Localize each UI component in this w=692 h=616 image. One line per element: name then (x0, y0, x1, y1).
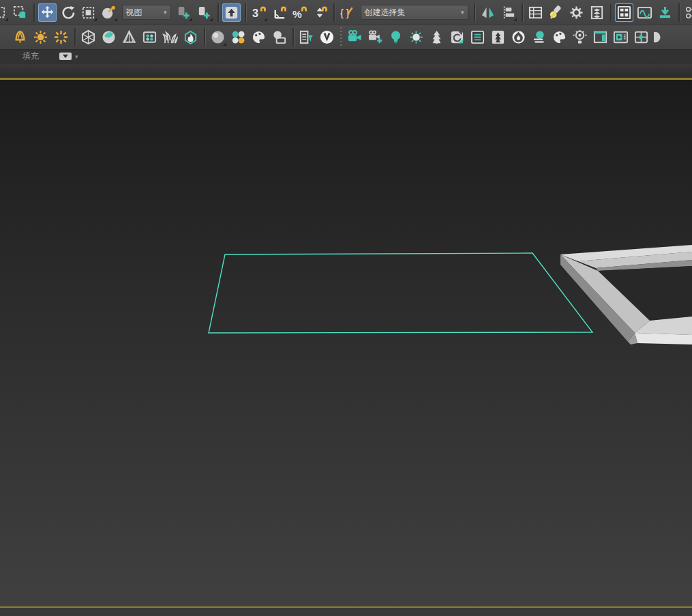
toolbar-separator (474, 3, 475, 22)
create-tree[interactable] (427, 28, 446, 46)
snap3-icon: 3 (251, 5, 267, 20)
frame-player[interactable] (612, 28, 630, 46)
graysphere-icon (210, 29, 226, 45)
move-icon (40, 5, 55, 20)
populate-label: 填充 (22, 50, 39, 62)
geometry-sphere[interactable] (79, 28, 97, 46)
add-camera[interactable] (366, 28, 385, 46)
align-icon (500, 5, 516, 20)
plugins-toolbar (0, 25, 692, 49)
viewport-canvas[interactable] (0, 80, 692, 606)
cube-flame[interactable] (181, 28, 200, 46)
gear-icon (569, 5, 584, 20)
toggle-scene-explorer[interactable] (526, 3, 545, 22)
windowteal-icon (592, 29, 608, 45)
dots-panel[interactable] (140, 28, 159, 46)
tripod-icon (121, 29, 137, 45)
keyboard-override-toggle[interactable] (222, 3, 241, 22)
scatter-grass[interactable] (161, 28, 179, 46)
braces-icon: { } (340, 5, 355, 20)
vray-toolbar[interactable] (318, 28, 336, 46)
lightpartial-icon (0, 29, 7, 45)
angle-snap-toggle[interactable] (270, 3, 288, 22)
snap-toggle-3d[interactable]: 3 (250, 3, 268, 22)
frame-object[interactable] (560, 245, 692, 344)
keycap-icon (224, 5, 239, 20)
phoenix-fire[interactable] (509, 28, 528, 46)
perspective-viewport[interactable] (0, 80, 692, 606)
toggle-ribbon[interactable] (567, 3, 586, 22)
forest-object[interactable] (489, 28, 507, 46)
selection-region-flyout[interactable] (0, 3, 9, 22)
rotate-icon (60, 5, 76, 20)
viewport-quad[interactable] (632, 28, 650, 46)
spheres-stack[interactable] (530, 28, 548, 46)
spinner-snap-toggle[interactable] (311, 3, 329, 22)
proxy-sphere[interactable] (100, 28, 118, 46)
playerwin-icon (613, 29, 629, 45)
down-triangle-icon (63, 55, 68, 58)
toolbar-separator (245, 3, 246, 22)
moviecam-icon (347, 29, 363, 45)
select-and-place[interactable] (100, 3, 118, 22)
flamering-icon (511, 29, 526, 45)
create-vray-light[interactable] (387, 28, 405, 46)
material-preview[interactable] (270, 28, 288, 46)
manage-scene-links[interactable] (683, 3, 692, 22)
palette-icon (552, 29, 567, 45)
leafsphere-icon (101, 29, 117, 45)
percent-snap-toggle[interactable]: % (290, 3, 309, 22)
chevron-down-icon: ▾ (461, 9, 464, 16)
populate-caret-icon[interactable]: ▾ (75, 53, 78, 60)
create-skylight[interactable] (52, 28, 70, 46)
material-palette[interactable] (250, 28, 268, 46)
window-crossing-toggle[interactable] (11, 3, 29, 22)
create-sunlight[interactable] (31, 28, 50, 46)
use-selection-center[interactable] (195, 3, 213, 22)
sphereframe-icon (271, 29, 287, 45)
select-and-move[interactable] (38, 3, 57, 22)
balls4-icon (230, 29, 246, 45)
populate-flow-dropdown-button[interactable] (59, 53, 72, 60)
asset-list[interactable] (468, 28, 487, 46)
light-lister[interactable] (571, 28, 589, 46)
camplus-icon (367, 29, 383, 45)
create-light-partial[interactable] (0, 28, 9, 46)
toggle-layer-explorer[interactable] (547, 3, 565, 22)
create-vray-sun[interactable] (407, 28, 425, 46)
burst-icon (53, 29, 69, 45)
refresh-asset[interactable] (448, 28, 466, 46)
palette-tool[interactable] (550, 28, 569, 46)
curve-editor[interactable] (588, 3, 606, 22)
3dsmax-window: 视图▾3%{ }创建选择集▾ 填充 ▾ (0, 0, 692, 616)
refreshcard-icon (449, 29, 465, 45)
create-spotlight[interactable] (11, 28, 29, 46)
snapangle-icon (271, 5, 287, 20)
material-balls[interactable] (229, 28, 247, 46)
named-selection-sets[interactable]: 创建选择集▾ (361, 5, 468, 20)
edge-cut-icon[interactable] (652, 28, 671, 46)
window-panel[interactable] (591, 28, 610, 46)
use-pivot-point-center[interactable] (175, 3, 193, 22)
geosphere-icon (80, 29, 96, 45)
edit-named-selection-sets[interactable]: { } (338, 3, 357, 22)
camera-tripod[interactable] (120, 28, 138, 46)
toggle-command-panel[interactable] (615, 3, 633, 22)
toolbar-dotted-separator (340, 27, 342, 48)
align-flyout[interactable] (499, 3, 517, 22)
nodex-icon (685, 5, 692, 20)
create-vray-camera[interactable] (346, 28, 364, 46)
reference-coordinate-system[interactable]: 视图▾ (122, 5, 171, 20)
listcard-icon (470, 29, 485, 45)
svg-text:3: 3 (252, 7, 258, 19)
cubeflame-icon (183, 29, 198, 45)
mirror[interactable] (479, 3, 497, 22)
select-and-rotate[interactable] (59, 3, 77, 22)
render-elements[interactable] (297, 28, 316, 46)
rectangle-spline[interactable] (209, 253, 592, 333)
render-presets-tray[interactable] (656, 3, 674, 22)
material-editor[interactable] (209, 28, 227, 46)
viewport-gap-strip (0, 63, 692, 78)
select-and-scale[interactable] (79, 3, 97, 22)
schematic-view[interactable] (635, 3, 654, 22)
